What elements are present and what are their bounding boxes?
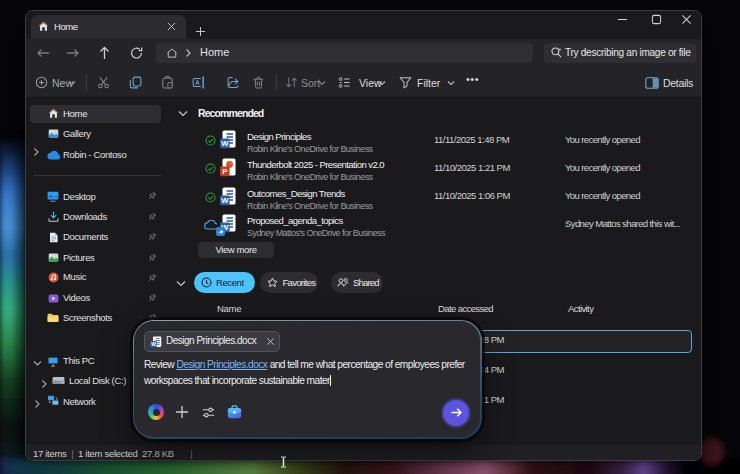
svg-text:W: W	[221, 139, 229, 148]
svg-text:P: P	[222, 167, 227, 176]
svg-text:W: W	[221, 196, 229, 205]
svg-text:W: W	[151, 341, 156, 346]
